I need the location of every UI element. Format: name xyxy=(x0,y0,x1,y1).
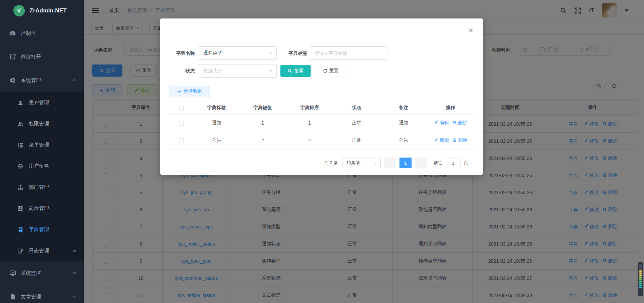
badge-icon xyxy=(17,206,23,212)
robot-icon xyxy=(17,163,23,169)
column-header: 备注 xyxy=(380,101,427,114)
chevron-down-icon xyxy=(72,271,76,275)
search-icon xyxy=(287,69,292,73)
sidebar-item-label: 控制台 xyxy=(21,30,36,37)
chevron-down-icon xyxy=(268,69,273,73)
trash-icon xyxy=(452,120,457,126)
sidebar-item-label: 字典管理 xyxy=(29,226,49,233)
goto-page-input[interactable] xyxy=(446,158,461,168)
sidebar-item-label: 外部打开 xyxy=(21,54,41,60)
modal-add-data-button[interactable]: 新增数据 xyxy=(169,86,210,97)
delete-link[interactable]: 删除 xyxy=(452,120,468,126)
sidebar-item-系统管理[interactable]: 系统管理 xyxy=(0,69,84,92)
dictionary-icon xyxy=(17,227,23,233)
sidebar-menu: 控制台外部打开系统管理用户管理权限管理菜单管理用户角色部门管理岗位管理字典管理日… xyxy=(0,21,84,303)
modal-dict-name-select[interactable]: 通知类型 xyxy=(198,46,277,60)
dict-data-table: 字典标签字典键值字典排序状态备注操作 通知11正常通知编辑删除公告22正常公告编… xyxy=(169,101,474,149)
page-size-select[interactable]: 10条/页 xyxy=(342,158,381,168)
value-cell: 1 xyxy=(239,114,286,132)
modal-dict-label-input[interactable] xyxy=(309,46,387,60)
next-page-button[interactable]: › xyxy=(415,158,427,168)
current-page-button[interactable]: 1 xyxy=(399,158,412,168)
page-unit-label: 页 xyxy=(464,160,468,166)
status-cell: 正常 xyxy=(333,114,380,132)
chevron-down-icon xyxy=(72,249,76,253)
sidebar-item-外部打开[interactable]: 外部打开 xyxy=(0,45,84,69)
row-checkbox[interactable] xyxy=(179,121,184,126)
app-logo[interactable]: V ZrAdmin.NET xyxy=(0,0,84,21)
chevron-down-icon xyxy=(374,161,378,165)
sidebar-item-权限管理[interactable]: 权限管理 xyxy=(0,113,84,134)
dict-data-row: 公告22正常公告编辑删除 xyxy=(169,132,474,149)
log-icon xyxy=(17,248,23,254)
column-header: 字典标签 xyxy=(194,101,239,114)
modal-search-button[interactable]: 搜索 xyxy=(280,65,311,77)
users-icon xyxy=(17,121,23,127)
gear-icon xyxy=(9,77,16,84)
sidebar-item-用户角色[interactable]: 用户角色 xyxy=(0,156,84,177)
modal-pagination: 共 2 条 10条/页 ‹ 1 › 前往 页 xyxy=(160,156,474,170)
select-all-checkbox[interactable] xyxy=(179,106,184,111)
pencil-icon xyxy=(434,120,438,126)
sidebar-submenu: 用户管理权限管理菜单管理用户角色部门管理岗位管理字典管理日志管理 xyxy=(0,92,84,261)
external-link-icon xyxy=(9,53,16,60)
column-header: 字典键值 xyxy=(239,101,286,114)
refresh-icon xyxy=(323,69,327,73)
sidebar-item-控制台[interactable]: 控制台 xyxy=(0,21,84,45)
column-header: 字典排序 xyxy=(286,101,333,114)
sidebar-item-label: 文章管理 xyxy=(21,294,41,300)
sidebar-item-label: 用户管理 xyxy=(29,99,49,106)
sidebar-item-label: 用户角色 xyxy=(29,163,49,169)
chevron-up-icon xyxy=(72,78,76,82)
goto-label: 前往 xyxy=(434,160,442,166)
label-cell: 通知 xyxy=(194,114,239,132)
dict-data-row: 通知11正常通知编辑删除 xyxy=(169,114,474,132)
sidebar-item-label: 岗位管理 xyxy=(29,205,49,212)
value-cell: 2 xyxy=(239,132,286,149)
app-title: ZrAdmin.NET xyxy=(30,7,67,14)
prev-page-button[interactable]: ‹ xyxy=(384,158,396,168)
chevron-down-icon xyxy=(268,51,273,55)
modal-status-select[interactable]: 数据状态 xyxy=(198,64,277,78)
sidebar-item-部门管理[interactable]: 部门管理 xyxy=(0,177,84,198)
user-icon xyxy=(17,100,23,106)
modal-dict-label-label: 字典标签 xyxy=(277,46,307,60)
sidebar-item-label: 日志管理 xyxy=(29,248,49,254)
close-icon[interactable]: ✕ xyxy=(468,27,474,34)
trash-icon xyxy=(452,138,457,143)
modal-reset-button[interactable]: 重置 xyxy=(316,65,345,77)
sidebar-item-文章管理[interactable]: 文章管理 xyxy=(0,285,84,303)
dashboard-icon xyxy=(9,30,16,37)
sidebar-item-label: 系统管理 xyxy=(21,77,41,84)
status-cell: 正常 xyxy=(333,132,380,149)
sidebar-item-岗位管理[interactable]: 岗位管理 xyxy=(0,198,84,219)
modal-dict-name-label: 字典名称 xyxy=(165,46,195,60)
scrollbar[interactable] xyxy=(638,262,643,296)
sidebar: V ZrAdmin.NET 控制台外部打开系统管理用户管理权限管理菜单管理用户角… xyxy=(0,0,84,303)
edit-link[interactable]: 编辑 xyxy=(434,120,449,126)
chevron-down-icon xyxy=(72,295,76,299)
pagination-total: 共 2 条 xyxy=(324,160,338,166)
pencil-icon xyxy=(434,138,438,143)
sidebar-item-日志管理[interactable]: 日志管理 xyxy=(0,240,84,261)
sidebar-item-字典管理[interactable]: 字典管理 xyxy=(0,219,84,240)
sidebar-item-系统监控[interactable]: 系统监控 xyxy=(0,261,84,285)
column-header: 状态 xyxy=(333,101,380,114)
row-checkbox[interactable] xyxy=(179,138,184,143)
sidebar-item-label: 部门管理 xyxy=(29,184,49,190)
remark-cell: 公告 xyxy=(380,132,427,149)
plus-icon xyxy=(177,89,181,94)
edit-link[interactable]: 编辑 xyxy=(434,137,449,143)
delete-link[interactable]: 删除 xyxy=(452,137,468,143)
sidebar-item-用户管理[interactable]: 用户管理 xyxy=(0,92,84,113)
select-all-checkbox-cell xyxy=(169,101,194,114)
menu-tree-icon xyxy=(17,142,23,148)
column-header: 操作 xyxy=(427,101,474,114)
sidebar-item-label: 权限管理 xyxy=(29,121,49,127)
sidebar-item-菜单管理[interactable]: 菜单管理 xyxy=(0,134,84,156)
sort-cell: 1 xyxy=(286,114,333,132)
row-actions-cell: 编辑删除 xyxy=(427,132,474,149)
org-chart-icon xyxy=(17,184,23,190)
article-icon xyxy=(9,293,16,300)
modal-status-label: 状态 xyxy=(165,64,195,78)
